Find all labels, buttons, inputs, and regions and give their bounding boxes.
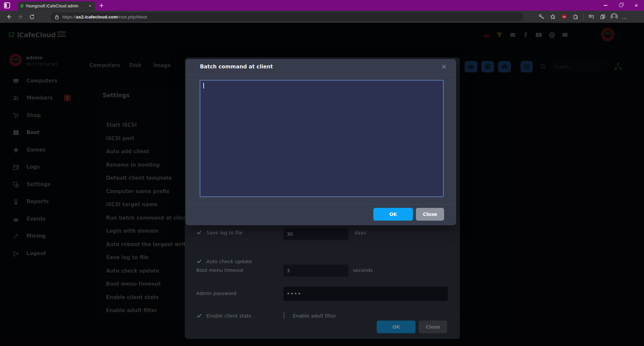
browser-profile-avatar[interactable] (610, 13, 618, 20)
refresh-button[interactable] (26, 12, 38, 22)
save-log-unit-label: days (355, 230, 366, 235)
sidebar-label: Events (26, 216, 46, 222)
sidebar-item-reports[interactable]: Reports (0, 195, 77, 208)
admin-phone: 097778704381 (26, 62, 58, 67)
more-menu-icon[interactable]: ... (622, 14, 627, 20)
manual-book-icon[interactable] (561, 31, 569, 39)
new-tab-button[interactable]: + (99, 2, 104, 9)
lock-icon (54, 14, 59, 20)
sidebar-label: Members (26, 95, 53, 101)
settings-item-default-client-template[interactable]: Default client template (94, 171, 185, 185)
sidebar-item-shop[interactable]: Shop (0, 109, 77, 121)
sidebar-label: Settings (26, 181, 50, 187)
tab-close-icon[interactable]: × (88, 4, 92, 8)
crown-icon (13, 216, 19, 222)
sidebar-item-logs[interactable]: Logs (0, 161, 77, 173)
adult-filter-checkbox[interactable] (283, 311, 285, 319)
settings-item-auto-add-client[interactable]: Auto add client (94, 145, 185, 158)
boot-dialog-close-button[interactable]: Close (419, 321, 447, 333)
trophy-icon[interactable] (495, 31, 503, 39)
ublock-shield-icon[interactable]: UO (560, 13, 568, 20)
settings-panel: Settings Start iSCSI iSCSI port Auto add… (94, 86, 185, 325)
sidebar-label: Logout (26, 250, 46, 256)
svg-text:UO: UO (563, 16, 566, 18)
timeout-label: Boot menu timeout (196, 268, 244, 273)
tab-workspaces-icon[interactable] (4, 2, 10, 8)
settings-item-iscsi-target-name[interactable]: iSCSI target name (94, 198, 185, 211)
timeout-input[interactable] (283, 265, 348, 277)
cloud-upload-action-button[interactable] (498, 61, 511, 72)
forward-button[interactable] (15, 12, 26, 22)
search-input[interactable] (554, 64, 603, 69)
settings-item-login-with-domain[interactable]: Login with domain (94, 224, 185, 238)
batch-ok-button[interactable]: OK (373, 208, 413, 221)
layers-icon (13, 181, 19, 188)
sidebar-item-games[interactable]: Games (0, 144, 77, 156)
modal-close-icon[interactable]: × (440, 61, 448, 72)
copy-icon (484, 63, 491, 70)
extension-icon[interactable] (572, 13, 579, 20)
facebook-icon[interactable] (522, 31, 530, 39)
batch-command-textarea-wrap (200, 80, 443, 197)
save-log-days-input[interactable] (283, 228, 348, 240)
settings-item-start-iscsi[interactable]: Start iSCSI (94, 118, 185, 132)
user-avatar-ninja[interactable] (601, 28, 614, 41)
monitor-icon (13, 78, 19, 84)
sidebar-label: Games (26, 147, 46, 153)
batch-command-textarea[interactable] (200, 80, 443, 196)
tab-computers[interactable]: Computers (88, 58, 122, 73)
youtube-icon[interactable] (535, 31, 543, 39)
sidebar-label: Computers (26, 78, 57, 84)
cloud-upload-icon (501, 63, 508, 70)
refresh-icon (29, 14, 35, 20)
sidebar-item-mining[interactable]: Mining (0, 230, 77, 242)
settings-item-auto-reboot[interactable]: Auto reboot the largest write-back d (94, 238, 185, 251)
address-bar[interactable]: https://as2.icafecloud.com/root.php#boot (50, 12, 523, 21)
settings-item-rename-in-booting[interactable]: Rename in booting (94, 158, 185, 172)
browser-tab[interactable]: i2 Youngzsoft iCafeCloud admin × (18, 1, 95, 11)
minimize-button[interactable] (598, 0, 613, 11)
settings-item-enable-adult-filter[interactable]: Enable adult filter (94, 304, 185, 317)
sidebar-item-events[interactable]: Events (0, 213, 77, 225)
settings-item-computer-name-prefix[interactable]: Computer name prefix (94, 185, 185, 198)
settings-item-iscsi-port[interactable]: iSCSI port (94, 132, 185, 145)
favorites-bar-icon[interactable] (588, 13, 595, 20)
reports-icon (13, 198, 19, 205)
password-key-icon[interactable] (538, 13, 545, 20)
tab-disk[interactable]: Disk (122, 58, 149, 73)
settings-item-run-batch-command[interactable]: Run batch command at client (94, 211, 185, 225)
restore-button[interactable] (613, 0, 629, 11)
close-window-button[interactable]: ✕ (629, 0, 644, 11)
network-status-icon[interactable] (614, 62, 623, 72)
sidebar-item-members[interactable]: Members1 (0, 92, 77, 104)
app-logo: i2 iCafeCloud (8, 31, 56, 39)
copy-action-button[interactable] (481, 61, 494, 72)
sidebar-item-computers[interactable]: Computers (0, 75, 77, 87)
app-logo-text: iCafeCloud (17, 31, 56, 39)
menu-toggle-icon[interactable] (57, 30, 66, 38)
discord-icon[interactable] (508, 31, 517, 39)
settings-item-enable-client-stats[interactable]: Enable client stats (94, 291, 185, 304)
sidebar-item-boot[interactable]: Boot (0, 126, 77, 138)
settings-item-save-log[interactable]: Save log to file (94, 251, 185, 264)
games-action-button[interactable] (465, 61, 477, 72)
favorites-add-icon[interactable] (549, 13, 556, 20)
boot-dialog-ok-button[interactable]: OK (377, 321, 416, 333)
back-button[interactable] (3, 12, 15, 22)
image-frame-action-button[interactable] (521, 61, 533, 72)
ranking-podium-icon[interactable] (482, 31, 490, 39)
language-globe-icon[interactable] (548, 31, 556, 39)
minimize-icon (604, 5, 607, 6)
sidebar-item-logout[interactable]: Logout (0, 247, 77, 260)
collections-icon[interactable] (599, 13, 606, 20)
windows-icon (13, 129, 19, 136)
gamepad-icon (467, 63, 475, 70)
settings-item-boot-menu-timeout[interactable]: Boot menu timeout (94, 277, 185, 291)
screen: i2 Youngzsoft iCafeCloud admin × + ✕ htt… (0, 0, 644, 346)
sidebar-label: Mining (26, 233, 46, 239)
admin-password-input[interactable] (283, 287, 448, 301)
batch-close-button[interactable]: Close (416, 208, 444, 221)
settings-item-auto-check-update[interactable]: Auto check update (94, 264, 185, 278)
tab-image[interactable]: Image (149, 58, 175, 73)
sidebar-item-settings[interactable]: Settings (0, 178, 77, 190)
